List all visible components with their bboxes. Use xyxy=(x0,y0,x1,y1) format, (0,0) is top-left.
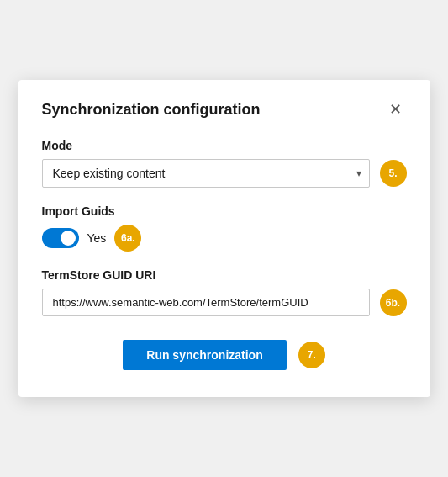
dialog-header: Synchronization configuration ✕ xyxy=(42,100,407,119)
toggle-row: Yes 6a. xyxy=(42,225,407,252)
termstore-input-row: 6b. xyxy=(42,289,407,316)
termstore-badge: 6b. xyxy=(380,289,407,316)
import-guids-label: Import Guids xyxy=(42,204,407,218)
close-button[interactable]: ✕ xyxy=(384,100,407,119)
mode-select[interactable]: Keep existing content xyxy=(42,159,370,188)
mode-field-group: Mode Keep existing content ▾ 5. xyxy=(42,139,407,188)
import-guids-toggle[interactable] xyxy=(42,228,79,248)
import-guids-section: Import Guids Yes 6a. xyxy=(42,204,407,252)
toggle-slider xyxy=(42,228,79,248)
import-guids-badge: 6a. xyxy=(114,225,141,252)
termstore-section: TermStore GUID URI 6b. xyxy=(42,268,407,316)
mode-select-row: Keep existing content ▾ 5. xyxy=(42,159,407,188)
run-sync-button[interactable]: Run synchronization xyxy=(123,340,286,370)
termstore-input[interactable] xyxy=(42,289,370,316)
sync-config-dialog: Synchronization configuration ✕ Mode Kee… xyxy=(18,80,430,397)
toggle-yes-label: Yes xyxy=(87,231,107,245)
dialog-title: Synchronization configuration xyxy=(42,101,261,119)
termstore-label: TermStore GUID URI xyxy=(42,268,407,282)
run-sync-row: Run synchronization 7. xyxy=(42,340,407,370)
mode-select-wrapper: Keep existing content ▾ xyxy=(42,159,370,188)
mode-label: Mode xyxy=(42,139,407,152)
mode-badge: 5. xyxy=(380,160,407,187)
run-sync-badge: 7. xyxy=(298,342,325,368)
